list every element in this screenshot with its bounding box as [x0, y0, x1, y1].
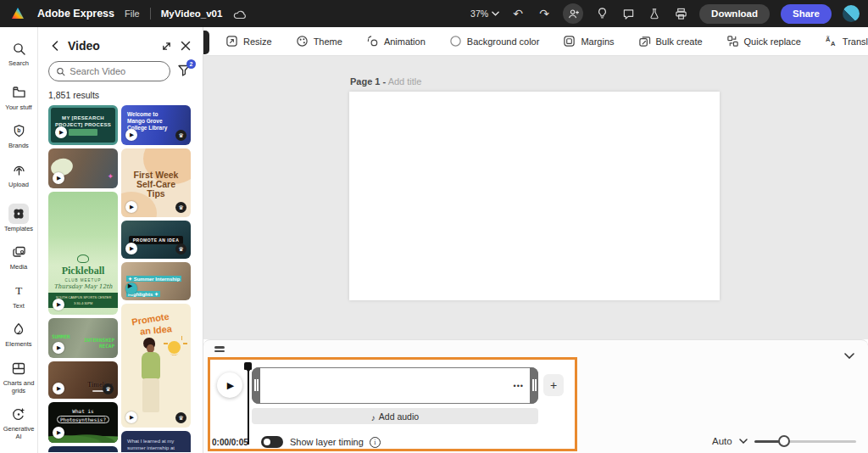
file-menu[interactable]: File — [125, 8, 140, 19]
background-color-button[interactable]: Background color — [439, 31, 550, 52]
theme-button[interactable]: Theme — [286, 31, 353, 52]
generative-ai-icon — [8, 404, 29, 424]
trim-handle-right[interactable] — [530, 367, 538, 404]
media-icon — [8, 242, 29, 262]
invite-collaborators-icon[interactable] — [563, 3, 583, 24]
template-promote-an-idea-illustration[interactable]: Promote an Idea — [121, 304, 191, 428]
svg-text:Ã: Ã — [826, 36, 831, 43]
results-count: 1,851 results — [38, 83, 203, 105]
share-button[interactable]: Share — [781, 4, 832, 24]
sidebar-item-media[interactable]: Media — [0, 238, 38, 277]
play-button[interactable] — [217, 372, 242, 398]
illustration-body — [142, 352, 160, 379]
background-color-icon — [449, 35, 462, 48]
download-button[interactable]: Download — [699, 4, 770, 24]
play-icon — [53, 427, 64, 439]
resize-button[interactable]: Resize — [215, 31, 282, 52]
undo-icon[interactable] — [510, 6, 526, 21]
translate-button[interactable]: ÃA Translate NEW — [815, 31, 868, 52]
play-icon — [125, 201, 137, 213]
add-title-placeholder[interactable]: Add title — [388, 76, 422, 87]
search-input[interactable] — [48, 61, 170, 81]
animation-button[interactable]: Animation — [356, 31, 436, 52]
upload-icon — [8, 159, 29, 180]
play-icon — [53, 383, 64, 394]
sidebar-item-elements[interactable]: Elements — [0, 315, 38, 354]
back-chevron-icon[interactable] — [48, 39, 62, 53]
adobe-express-app: Adobe Express File MyVideo_v01 37% — [0, 0, 868, 453]
sidebar-item-brands[interactable]: b Brands — [0, 116, 38, 155]
templates-icon — [8, 204, 29, 224]
template-promote-an-idea-ocean[interactable]: PROMOTE AN IDEA — [121, 221, 191, 259]
trim-handle-left[interactable] — [252, 367, 260, 404]
premium-crown-icon — [103, 383, 114, 394]
clip-more-options-icon[interactable] — [514, 382, 524, 390]
panel-collapse-tab[interactable] — [203, 31, 209, 54]
template-headphones-video[interactable] — [48, 148, 118, 188]
music-note-icon — [371, 409, 376, 424]
sidebar-item-text[interactable]: T Text — [0, 277, 38, 316]
template-navy-video[interactable] — [48, 446, 118, 452]
beta-flask-icon[interactable] — [647, 6, 662, 21]
ideas-lightbulb-icon[interactable] — [594, 6, 609, 21]
sparkle-icon — [107, 167, 114, 182]
play-icon — [125, 282, 137, 294]
sidebar-item-charts-and-grids[interactable]: Charts and grids — [0, 354, 38, 400]
info-icon[interactable] — [370, 437, 381, 448]
timeline-drag-handle-icon[interactable] — [214, 346, 225, 353]
speed-dropdown[interactable]: Auto — [712, 436, 732, 446]
expand-panel-icon[interactable] — [159, 39, 173, 53]
scene-clip[interactable] — [252, 367, 538, 404]
timeline-highlight-box: Add audio 0:00/0:05 Show layer timing — [208, 357, 577, 451]
chevron-down-icon — [492, 11, 499, 16]
top-bar: Adobe Express File MyVideo_v01 37% — [0, 0, 868, 27]
timeline-panel: Add audio 0:00/0:05 Show layer timing Au… — [203, 339, 868, 453]
page-canvas[interactable] — [349, 92, 720, 300]
chevron-down-icon[interactable] — [739, 439, 748, 444]
playback-speed-controls: Auto — [712, 435, 856, 447]
template-welcome-mango-grove[interactable]: Welcome to Mango Grove College Library — [121, 105, 191, 145]
sidebar-item-generative-ai[interactable]: Generative AI — [0, 400, 38, 445]
search-video-field[interactable] — [70, 66, 163, 76]
page-label: Page 1 - Add title — [350, 76, 421, 87]
divider — [150, 8, 151, 20]
quick-replace-button[interactable]: Quick replace — [716, 31, 811, 52]
margins-button[interactable]: Margins — [553, 31, 624, 52]
add-audio-button[interactable]: Add audio — [252, 408, 538, 424]
zoom-control[interactable]: 37% — [470, 8, 499, 19]
filter-button[interactable]: 2 — [177, 63, 192, 80]
adobe-express-logo-icon[interactable] — [10, 6, 25, 21]
left-navigation-rail: Search Your stuff b Brands Upload Templa… — [0, 27, 38, 453]
redo-icon[interactable] — [537, 6, 552, 21]
comments-icon[interactable] — [620, 6, 636, 21]
collapse-timeline-icon[interactable] — [844, 347, 854, 362]
template-research-project-process[interactable]: MY [RESEARCH PROJECT] PROCESS — [48, 105, 118, 145]
sidebar-item-your-stuff[interactable]: Your stuff — [0, 78, 38, 117]
template-summer-internship-recap[interactable]: SUMMER INTERNSHIP RECAP — [48, 318, 118, 358]
translate-icon: ÃA — [825, 35, 837, 48]
sidebar-item-search[interactable]: Search — [0, 34, 38, 73]
template-first-week-self-care-tips[interactable]: First Week Self-Care Tips — [121, 148, 191, 217]
print-icon[interactable] — [673, 6, 688, 21]
close-panel-icon[interactable] — [179, 39, 192, 53]
premium-crown-icon — [175, 130, 186, 141]
template-summer-internship-highlights[interactable]: ✦ Summer Internship Highlights ✦ — [121, 262, 191, 300]
template-timeline-book[interactable]: Timeline — [48, 361, 118, 399]
panel-title: Video — [68, 39, 153, 53]
sidebar-item-upload[interactable]: Upload — [0, 155, 38, 194]
template-what-is-photosynthesis[interactable]: What is Photosynthesis? — [48, 402, 118, 443]
slider-thumb[interactable] — [778, 435, 790, 447]
add-scene-button[interactable] — [543, 374, 564, 396]
document-title[interactable]: MyVideo_v01 — [161, 8, 223, 19]
play-icon — [55, 126, 67, 138]
zoom-slider[interactable] — [754, 435, 856, 447]
template-pickleball-club-meetup[interactable]: Pickleball CLUB MEETUP Thursday May 12th… — [48, 192, 118, 315]
shield-icon: b — [8, 120, 29, 141]
sidebar-item-templates[interactable]: Templates — [0, 199, 38, 238]
layer-timing-toggle[interactable] — [261, 436, 283, 448]
user-avatar[interactable] — [843, 5, 860, 22]
bulk-create-button[interactable]: Bulk create — [628, 31, 713, 52]
template-what-i-learned-internship[interactable]: What I learned at my summer internship a… — [121, 431, 191, 452]
premium-crown-icon — [175, 243, 186, 254]
bulk-create-icon — [638, 35, 651, 48]
